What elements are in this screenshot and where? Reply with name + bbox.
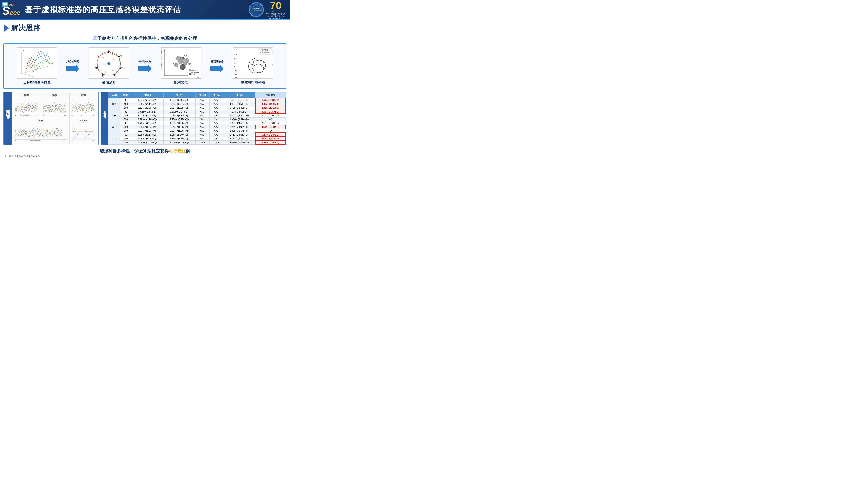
svg-point-113 bbox=[189, 73, 191, 75]
section-title: 解决思路 bbox=[11, 23, 41, 33]
svg-text:1: 1 bbox=[72, 114, 73, 116]
svg-text:Second decision variable: Second decision variable bbox=[161, 49, 162, 68]
svg-point-30 bbox=[31, 58, 32, 59]
mini-chart-3: 算法3 1 5 10 bbox=[69, 93, 97, 118]
blue-arrow-icon-1 bbox=[66, 65, 80, 73]
svg-text:10: 10 bbox=[93, 140, 94, 141]
flow-diagram: 0.5 0.8 1 目标空间参考向量 均匀搜索 bbox=[3, 43, 286, 89]
highlighted-cell: 8.90e-1(7.91e-3) bbox=[255, 140, 286, 144]
pso-diagram: First decision variable Second decision … bbox=[161, 47, 201, 79]
header-title: 基于虚拟标准器的高压互感器误差状态评估 bbox=[25, 4, 181, 15]
col-header-dim: 维度 bbox=[120, 93, 132, 98]
svg-point-135 bbox=[253, 66, 254, 67]
svg-point-108 bbox=[180, 64, 185, 70]
svg-point-36 bbox=[42, 58, 44, 59]
svg-line-6 bbox=[22, 65, 54, 73]
svg-text:D₅,₇: D₅,₇ bbox=[104, 71, 107, 73]
svg-point-26 bbox=[30, 60, 31, 61]
svg-point-54 bbox=[34, 67, 35, 68]
svg-point-28 bbox=[34, 62, 35, 63]
table-row: 100 8.02e+3(4.48e+3)− 9.43e+3(5.37e+3)− … bbox=[108, 114, 286, 118]
svg-text:D₁,₂: D₁,₂ bbox=[100, 57, 103, 59]
flow-step-4: 0.8 0.6 0.4 0.2 0 -0.2 -0.4 -0.6 x₃ x₂ x… bbox=[223, 47, 282, 85]
mini-chart-2: 算法2 1 5 10 bbox=[41, 93, 69, 118]
header-left: S HUST eee 基于虚拟标准器的高压互感器误差状态评估 bbox=[2, 3, 181, 17]
badge-70: 70 bbox=[270, 0, 281, 11]
svg-point-50 bbox=[35, 69, 36, 70]
highlighted-cell: 7.63e-1(1.47e-2) bbox=[255, 133, 286, 137]
svg-point-58 bbox=[42, 63, 44, 64]
table-row: CF6 30 1.57e+1(8.74e+0)− 1.68e+1(9.17e+0… bbox=[108, 98, 286, 102]
svg-text:x₁: x₁ bbox=[272, 63, 273, 65]
svg-point-24 bbox=[33, 64, 35, 65]
flow-arrow-3: 探索边缘 bbox=[210, 60, 223, 73]
badge-text: 1952-2022 华中科技大学 | 70周年庆 电气与电子工程学院 THE 7… bbox=[266, 11, 285, 19]
svg-text:S₄: S₄ bbox=[115, 75, 117, 77]
flow-step-1: 0.5 0.8 1 目标空间参考向量 bbox=[7, 47, 66, 85]
svg-point-142 bbox=[251, 65, 252, 65]
svg-text:0.8: 0.8 bbox=[234, 48, 237, 51]
col-header-alg1: 算法1 bbox=[132, 93, 164, 98]
svg-point-51 bbox=[37, 68, 38, 69]
svg-point-44 bbox=[40, 51, 41, 52]
convergence-charts: 算法1 1 5 10 Objective Number bbox=[12, 92, 98, 144]
feasible-region-plot: 0.8 0.6 0.4 0.2 0 -0.2 -0.4 -0.6 x₃ x₂ x… bbox=[233, 47, 273, 79]
flow-step-2: S₁ S₂ S₃ S₄ S₅ S₆ S₇ bbox=[80, 47, 138, 85]
svg-point-53 bbox=[41, 65, 42, 66]
chart-title-5: 所提算法 bbox=[70, 119, 97, 123]
chart-svg-3: 1 5 10 bbox=[70, 97, 97, 118]
highlighted-cell: 4.80e+1(1.44e+1) bbox=[255, 125, 286, 129]
svg-point-21 bbox=[27, 63, 28, 64]
flow-label-4: 探索可行域分布 bbox=[241, 80, 265, 85]
svg-text:D₇,₈: D₇,₈ bbox=[102, 63, 105, 65]
svg-text:Objective Number: Objective Number bbox=[29, 140, 40, 142]
col-header-proposed: 所提算法 bbox=[255, 93, 286, 98]
publisher-footer: 中国电工技术学会新媒体平台发布 bbox=[0, 155, 290, 159]
comparison-table: 问题 维度 算法1 算法2 算法3 算法4 算法5 所提算法 bbox=[108, 92, 286, 144]
svg-text:0.4: 0.4 bbox=[234, 58, 237, 60]
svg-text:Leader: Leader bbox=[191, 73, 196, 75]
svg-point-32 bbox=[35, 60, 36, 61]
svg-text:0.2: 0.2 bbox=[234, 62, 237, 64]
scatter-3d-plot: 0.5 0.8 1 bbox=[17, 47, 57, 79]
svg-point-105 bbox=[176, 56, 181, 61]
flow-label-1: 目标空间参考向量 bbox=[23, 80, 51, 85]
table-row: CF9 30 1.05e+1(7.13e+0)− 1.03e+1(4.74e+0… bbox=[108, 133, 286, 137]
svg-point-136 bbox=[258, 63, 258, 64]
svg-point-23 bbox=[31, 63, 32, 64]
svg-text:x̃ᵢ₃(t): x̃ᵢ₃(t) bbox=[187, 58, 190, 60]
svg-rect-150 bbox=[260, 50, 262, 50]
highlighted-cell: 2.64e+0(5.16e+0) bbox=[255, 137, 286, 140]
svg-text:5: 5 bbox=[53, 114, 54, 116]
svg-point-60 bbox=[45, 59, 46, 60]
svg-text:First decision variable: First decision variable bbox=[196, 77, 201, 79]
problem-cf7: CF7 bbox=[108, 110, 120, 121]
svg-point-16 bbox=[29, 66, 30, 67]
chart-svg-2: 1 5 10 bbox=[41, 97, 68, 118]
svg-point-45 bbox=[42, 52, 44, 53]
comparison-table-content: 问题 维度 算法1 算法2 算法3 算法4 算法5 所提算法 bbox=[108, 92, 286, 144]
svg-text:Objective Number: Objective Number bbox=[20, 114, 31, 116]
svg-point-110 bbox=[189, 69, 191, 71]
chart-svg-1: 1 5 10 Objective Number bbox=[13, 97, 40, 118]
svg-point-38 bbox=[39, 54, 40, 55]
svg-text:S₂: S₂ bbox=[120, 54, 122, 56]
problem-cf8: CF8 bbox=[108, 121, 120, 133]
svg-point-43 bbox=[38, 52, 39, 53]
svg-point-34 bbox=[38, 58, 39, 59]
svg-text:S₅: S₅ bbox=[101, 75, 103, 77]
table-row: 200 2.11e+1(5.38e+0)− 2.05e+1(2.88e+0)− … bbox=[108, 106, 286, 110]
arrow-text-3: 探索边缘 bbox=[210, 60, 223, 64]
chart-title-4: 算法4 bbox=[13, 119, 69, 123]
svg-text:0.6: 0.6 bbox=[234, 54, 237, 56]
section-title-bar: 解决思路 bbox=[0, 20, 290, 35]
svg-text:1: 1 bbox=[15, 114, 16, 116]
svg-point-48 bbox=[49, 58, 50, 59]
svg-point-41 bbox=[45, 57, 46, 58]
chart-title-3: 算法3 bbox=[70, 93, 97, 97]
col-header-alg2: 算法2 bbox=[164, 93, 196, 98]
svg-point-138 bbox=[263, 69, 264, 70]
svg-text:1: 1 bbox=[43, 114, 44, 116]
svg-text:5: 5 bbox=[81, 140, 82, 141]
table-row: CF7 30 1.02e+0(1.86e-1)− 1.01e+0(2.27e-1… bbox=[108, 110, 286, 114]
